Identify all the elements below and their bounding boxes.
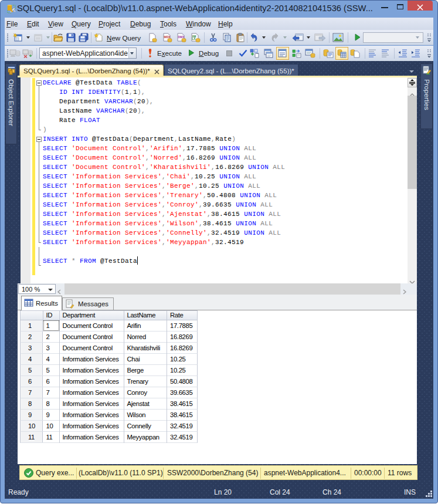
svg-text:LA: LA <box>192 38 196 40</box>
svg-text:MDX: MDX <box>164 35 171 39</box>
svg-text:DMX: DMX <box>178 35 185 39</box>
